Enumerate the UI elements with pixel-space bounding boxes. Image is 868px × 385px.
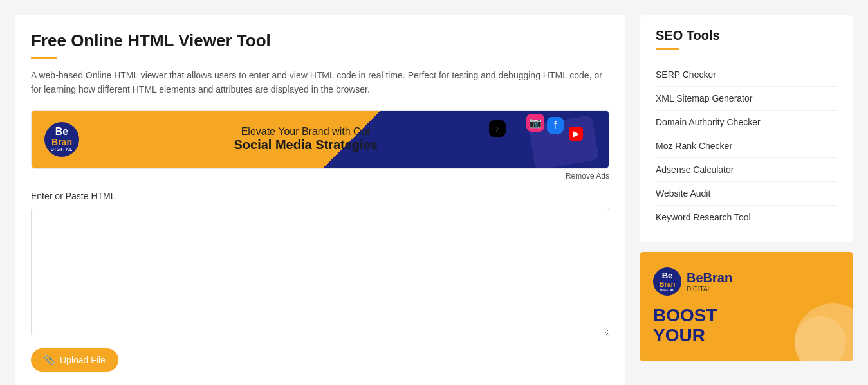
- ad-right-decor: 📷 ♪ f ▶: [480, 114, 596, 165]
- sidebar-brand-digital: DIGITAL: [660, 288, 675, 292]
- sidebar-brand-be: Be: [662, 271, 673, 280]
- seo-tool-label: XML Sitemap Generator: [656, 93, 752, 103]
- html-textarea[interactable]: [31, 208, 609, 336]
- sidebar: SEO Tools SERP Checker XML Sitemap Gener…: [640, 15, 853, 385]
- tiktok-icon: ♪: [489, 120, 506, 137]
- seo-tool-xml-sitemap[interactable]: XML Sitemap Generator: [656, 87, 837, 111]
- upload-file-label: Upload File: [60, 355, 106, 365]
- page-description: A web-based Online HTML viewer that allo…: [31, 68, 609, 97]
- sidebar-brand-bran: Bran: [659, 280, 675, 288]
- sidebar-brand-name-text: BeBran DIGITAL: [687, 271, 732, 292]
- sidebar-ad-logo: Be Bran DIGITAL BeBran DIGITAL: [653, 267, 840, 296]
- seo-tool-serp-checker[interactable]: SERP Checker: [656, 63, 837, 87]
- ad-banner: Be Bran DIGITAL Elevate Your Brand with …: [32, 111, 609, 168]
- seo-tool-label: SERP Checker: [656, 69, 716, 80]
- ad-top-line: Elevate Your Brand with Our: [234, 126, 377, 138]
- seo-tool-moz-rank[interactable]: Moz Rank Checker: [656, 134, 837, 158]
- seo-tools-title: SEO Tools: [656, 28, 837, 43]
- brand-digital: DIGITAL: [51, 147, 73, 152]
- ad-banner-left: Be Bran DIGITAL: [44, 122, 79, 157]
- seo-tool-label: Domain Authority Checker: [656, 117, 761, 127]
- seo-tool-label: Moz Rank Checker: [656, 141, 732, 151]
- sidebar-be-text: Be: [687, 271, 703, 285]
- sidebar-digital-text: DIGITAL: [687, 285, 732, 292]
- remove-ads-link[interactable]: Remove Ads: [566, 172, 609, 181]
- facebook-icon: f: [547, 117, 564, 134]
- ad-banner-wrapper: Be Bran DIGITAL Elevate Your Brand with …: [31, 110, 609, 169]
- seo-tool-website-audit[interactable]: Website Audit: [656, 182, 837, 206]
- upload-file-button[interactable]: 📎 Upload File: [31, 348, 118, 372]
- sidebar-brand-main: BeBran: [687, 271, 732, 285]
- brand-be: Be: [55, 126, 68, 138]
- sidebar-brand-circle: Be Bran DIGITAL: [653, 267, 681, 296]
- ad-text-center: Elevate Your Brand with Our Social Media…: [234, 126, 377, 152]
- title-underline: [31, 57, 57, 59]
- instagram-icon: 📷: [526, 114, 544, 132]
- ad-bottom-line: Social Media Strategies: [234, 138, 377, 152]
- seo-tool-label: Keyword Research Tool: [656, 212, 751, 222]
- sidebar-bran-text: Bran: [703, 271, 733, 285]
- upload-icon: 📎: [44, 355, 55, 365]
- brand-logo: Be Bran DIGITAL: [44, 122, 79, 157]
- seo-tool-keyword-research[interactable]: Keyword Research Tool: [656, 206, 837, 229]
- input-label: Enter or Paste HTML: [31, 191, 609, 201]
- seo-title-underline: [656, 48, 679, 50]
- page-title: Free Online HTML Viewer Tool: [31, 31, 609, 51]
- seo-tools-card: SEO Tools SERP Checker XML Sitemap Gener…: [640, 15, 853, 242]
- seo-tool-domain-authority[interactable]: Domain Authority Checker: [656, 111, 837, 134]
- remove-ads-row: Remove Ads: [31, 172, 609, 181]
- main-content: Free Online HTML Viewer Tool A web-based…: [15, 15, 625, 385]
- seo-tools-list: SERP Checker XML Sitemap Generator Domai…: [656, 63, 837, 229]
- youtube-icon: ▶: [569, 127, 583, 141]
- seo-tool-adsense[interactable]: Adsense Calculator: [656, 158, 837, 182]
- seo-tool-label: Website Audit: [656, 188, 710, 199]
- sidebar-ad: Be Bran DIGITAL BeBran DIGITAL BOOST YOU…: [640, 252, 853, 361]
- seo-tool-label: Adsense Calculator: [656, 165, 734, 175]
- brand-bran: Bran: [51, 138, 72, 147]
